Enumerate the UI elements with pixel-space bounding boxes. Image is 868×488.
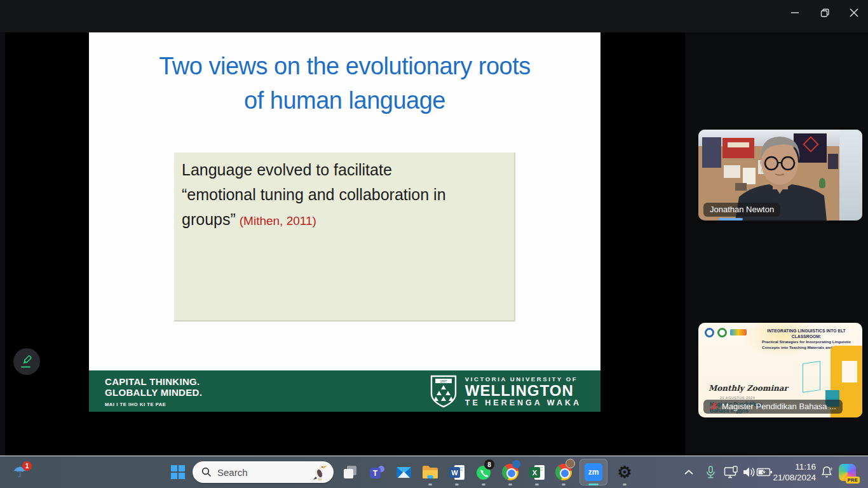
chrome-app-button[interactable] — [498, 458, 523, 487]
excel-app-button[interactable]: X — [524, 458, 550, 487]
running-indicator-active — [588, 484, 599, 485]
task-view-button[interactable] — [337, 458, 363, 487]
close-icon — [850, 8, 858, 17]
start-button[interactable] — [165, 458, 191, 487]
university-logo-block: 1897 VICTORIA UNIVERSITY OF WELLINGTON T… — [430, 375, 581, 408]
restore-button[interactable] — [812, 3, 837, 23]
participant-name-tag: Magister Pendidikan Bahasa ... — [703, 400, 843, 414]
quote-citation: (Mithen, 2011) — [240, 214, 316, 227]
slide-footer-band: CAPITAL THINKING. GLOBALLY MINDED. MAI I… — [89, 370, 600, 412]
participant-name: Jonathan Newton — [710, 205, 774, 214]
teams-icon: T — [369, 464, 386, 481]
close-button[interactable] — [841, 3, 867, 23]
running-indicator — [428, 484, 432, 485]
zoom-icon: zm — [585, 463, 602, 481]
running-indicator — [508, 484, 512, 485]
excel-letter: X — [532, 469, 537, 477]
restore-icon — [820, 8, 830, 18]
tray-time: 11:16 — [795, 461, 816, 472]
tray-date: 21/08/2024 — [773, 472, 816, 483]
running-indicator — [562, 484, 566, 485]
university-tagline: CAPITAL THINKING. GLOBALLY MINDED. MAI I… — [105, 376, 202, 410]
tagline-line1: CAPITAL THINKING. — [105, 376, 202, 387]
file-explorer-button[interactable] — [417, 458, 443, 487]
tray-battery-button[interactable] — [755, 458, 774, 487]
tray-microphone-button[interactable] — [702, 458, 719, 487]
zoom-icon-label: zm — [588, 468, 599, 477]
minimize-icon — [790, 8, 799, 17]
excel-icon: X — [529, 464, 546, 481]
copilot-pre-badge: PRE — [846, 477, 860, 484]
windows-logo-icon — [171, 465, 185, 479]
university-shield-icon: 1897 — [430, 375, 458, 408]
teams-app-button[interactable]: T — [364, 458, 390, 487]
mail-icon — [395, 464, 412, 481]
zoom-app-button[interactable]: zm — [579, 458, 608, 487]
window-title-bar — [0, 0, 868, 32]
quote-line3: groups”(Mithen, 2011) — [182, 207, 506, 233]
widgets-notification-badge: 1 — [22, 461, 32, 471]
settings-app-button[interactable]: ⚙ — [612, 458, 637, 487]
muted-mic-icon — [710, 402, 719, 411]
slide-title-line1: Two views on the evolutionary roots — [89, 49, 600, 83]
bell-sleep-z: z — [831, 466, 833, 471]
presentation-slide: Two views on the evolutionary roots of h… — [89, 32, 600, 412]
microphone-icon — [705, 465, 716, 479]
search-box[interactable]: Search — [193, 461, 334, 483]
tagline-line2: GLOBALLY MINDED. — [105, 387, 202, 398]
minimize-button[interactable] — [782, 3, 808, 23]
tray-cast-button[interactable] — [722, 458, 741, 487]
poster-outline-shape — [803, 361, 820, 393]
search-bird-icon — [312, 464, 327, 480]
gear-icon: ⚙ — [617, 463, 632, 482]
running-indicator — [482, 484, 485, 485]
windows-taskbar: ☂ 1 Search — [0, 456, 868, 488]
quote-line3-text: groups” — [182, 210, 236, 228]
battery-charging-icon — [756, 467, 773, 477]
tray-notifications-button[interactable]: z — [818, 458, 835, 487]
annotate-button[interactable] — [13, 348, 40, 375]
pencil-icon — [20, 355, 34, 369]
chrome-profile-app-button[interactable] — [551, 458, 576, 487]
quote-text-box: Language evolved to facilitate “emotiona… — [174, 152, 515, 322]
running-indicator — [623, 484, 627, 485]
chrome-extension-badge — [512, 460, 520, 468]
shield-year: 1897 — [440, 379, 447, 383]
running-indicator — [455, 484, 459, 485]
tagline-line3: MAI I TE IHO KI TE PAE — [105, 399, 202, 410]
mail-app-button[interactable] — [391, 458, 416, 487]
poster-window-cutout — [842, 361, 857, 383]
kampus-merdeka-logo — [730, 329, 747, 336]
tray-clock[interactable]: 11:16 21/08/2024 — [776, 458, 816, 487]
notification-bell-icon: z — [820, 466, 833, 478]
whatsapp-app-button[interactable]: 8 — [471, 458, 496, 487]
university-line2: WELLINGTON — [465, 383, 581, 398]
participant-name-tag: Jonathan Newton — [703, 203, 780, 217]
poster-header-line2: Practical Strategies for Incorporating L… — [756, 339, 857, 345]
slide-title: Two views on the evolutionary roots of h… — [89, 49, 600, 118]
speaker-icon — [743, 466, 756, 478]
word-icon: W — [449, 464, 466, 481]
video-highlight — [719, 218, 743, 220]
word-app-button[interactable]: W — [444, 458, 470, 487]
institution-logo-icon — [717, 328, 727, 337]
poster-script-title: Monthly Zoominar — [709, 384, 788, 393]
participant-video-magister[interactable]: INTEGRATING LINGUISTICS INTO ELT CLASSRO… — [698, 323, 862, 417]
search-placeholder: Search — [217, 467, 312, 478]
teams-letter: T — [372, 469, 377, 478]
widgets-button[interactable]: ☂ 1 — [5, 458, 34, 487]
whatsapp-badge: 8 — [484, 459, 494, 470]
search-icon — [201, 467, 212, 477]
quote-line2: “emotional tuning and collaboration in — [182, 182, 506, 207]
participant-name: Magister Pendidikan Bahasa ... — [722, 402, 836, 411]
folder-icon — [421, 464, 439, 480]
tray-copilot-button[interactable]: PRE — [836, 458, 858, 487]
university-name: VICTORIA UNIVERSITY OF WELLINGTON TE HER… — [465, 376, 581, 407]
poster-header-line1: INTEGRATING LINGUISTICS INTO ELT CLASSRO… — [756, 328, 857, 339]
chrome-profile-avatar — [566, 459, 575, 468]
tray-overflow-button[interactable] — [680, 458, 698, 487]
cast-display-icon — [724, 466, 739, 478]
institution-logo-icon — [705, 328, 714, 337]
participant-video-jonathan[interactable]: Jonathan Newton — [698, 130, 862, 220]
running-indicator — [535, 484, 539, 485]
